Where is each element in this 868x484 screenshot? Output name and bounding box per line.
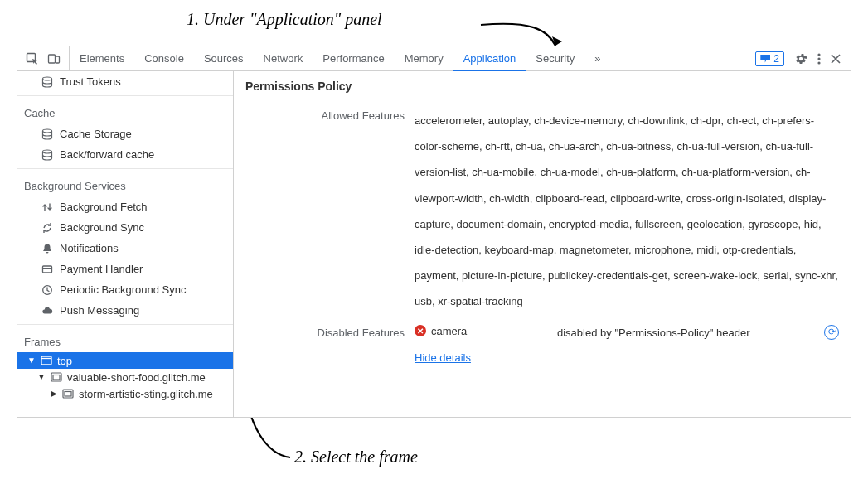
clock-icon <box>41 284 54 296</box>
iframe-icon <box>62 389 74 399</box>
allowed-features-label: Allowed Features <box>245 108 405 122</box>
devtools-body: Trust Tokens Cache Cache Storage Back/fo… <box>17 71 851 417</box>
bell-icon <box>41 243 54 254</box>
annotation-step2: 2. Select the frame <box>294 448 418 467</box>
sidebar-item-bf-cache[interactable]: Back/forward cache <box>17 144 233 165</box>
settings-gear-icon[interactable] <box>794 52 807 65</box>
section-label: Background Services <box>24 178 126 194</box>
issues-chip[interactable]: 2 <box>755 51 784 66</box>
sidebar-item-trust-tokens[interactable]: Trust Tokens <box>17 71 233 92</box>
error-icon: ✕ <box>415 325 426 336</box>
tab-performance[interactable]: Performance <box>313 46 394 70</box>
issues-count: 2 <box>773 53 779 65</box>
tab-console[interactable]: Console <box>134 46 194 70</box>
disclosure-triangle-icon: ▼ <box>37 372 46 381</box>
tab-security[interactable]: Security <box>526 46 584 70</box>
devtools-window: Elements Console Sources Network Perform… <box>17 46 851 418</box>
sidebar-item-payment[interactable]: Payment Handler <box>17 259 233 279</box>
sidebar-item-label: Payment Handler <box>60 261 143 277</box>
allowed-features-row: Allowed Features accelerometer, autoplay… <box>234 103 851 320</box>
inspect-element-icon[interactable] <box>26 52 39 65</box>
sidebar-item-bg-fetch[interactable]: Background Fetch <box>17 196 233 217</box>
kebab-menu-icon[interactable] <box>817 52 821 65</box>
application-sidebar: Trust Tokens Cache Cache Storage Back/fo… <box>17 71 234 417</box>
svg-point-7 <box>43 129 52 133</box>
sidebar-item-periodic-sync[interactable]: Periodic Background Sync <box>17 279 233 300</box>
disabled-features-row: Disabled Features ✕ camera disabled by "… <box>234 320 851 370</box>
updown-icon <box>41 201 54 213</box>
devtools-tabbar: Elements Console Sources Network Perform… <box>17 46 851 71</box>
disabled-reason: disabled by "Permissions-Policy" header <box>557 325 824 342</box>
svg-rect-12 <box>41 356 51 365</box>
sidebar-item-label: Cache Storage <box>60 126 132 142</box>
allowed-features-value: accelerometer, autoplay, ch-device-memor… <box>415 108 839 315</box>
sidebar-item-label: Back/forward cache <box>60 147 154 162</box>
database-icon <box>41 76 54 88</box>
svg-point-4 <box>817 57 820 60</box>
reload-icon[interactable]: ⟳ <box>824 325 839 340</box>
disabled-features-label: Disabled Features <box>245 325 405 339</box>
sidebar-item-label: Background Sync <box>60 220 144 235</box>
disclosure-triangle-icon: ▼ <box>27 356 36 365</box>
hide-details-link[interactable]: Hide details <box>415 351 471 364</box>
svg-rect-2 <box>56 56 60 63</box>
sidebar-item-bg-sync[interactable]: Background Sync <box>17 217 233 238</box>
svg-rect-1 <box>49 55 56 63</box>
database-icon <box>41 128 54 140</box>
annotation-step1: 1. Under "Application" panel <box>187 10 382 29</box>
message-icon <box>760 55 770 63</box>
section-label: Frames <box>24 334 61 350</box>
disclosure-triangle-icon: ▶ <box>51 389 57 398</box>
svg-point-5 <box>817 61 820 64</box>
sidebar-item-label: Periodic Background Sync <box>60 282 186 298</box>
sidebar-item-label: Background Fetch <box>60 199 148 215</box>
frame-label: valuable-short-food.glitch.me <box>67 371 206 384</box>
svg-point-3 <box>817 53 820 56</box>
tab-memory[interactable]: Memory <box>395 46 453 70</box>
tab-sources[interactable]: Sources <box>194 46 254 70</box>
card-icon <box>41 264 54 275</box>
tab-network[interactable]: Network <box>254 46 313 70</box>
divider <box>17 324 233 325</box>
tab-overflow[interactable]: » <box>584 46 610 70</box>
section-label: Cache <box>24 105 56 121</box>
svg-rect-15 <box>53 375 60 380</box>
device-toolbar-icon[interactable] <box>47 52 61 65</box>
frame-label: top <box>57 355 72 367</box>
svg-point-6 <box>43 77 52 80</box>
svg-rect-10 <box>43 268 52 269</box>
content-pane: Permissions Policy Allowed Features acce… <box>234 71 851 417</box>
sidebar-item-label: Notifications <box>60 240 119 256</box>
sidebar-section-cache: Cache <box>17 103 233 123</box>
sidebar-section-frames: Frames <box>17 332 233 352</box>
disabled-feature-name: camera <box>431 325 467 337</box>
tab-application[interactable]: Application <box>453 46 526 70</box>
cloud-icon <box>41 305 54 317</box>
window-icon <box>41 356 52 365</box>
close-icon[interactable] <box>831 54 841 64</box>
frame-child-2[interactable]: ▶ storm-artistic-sting.glitch.me <box>17 385 233 402</box>
content-title: Permissions Policy <box>234 80 851 103</box>
sidebar-section-bg-services: Background Services <box>17 176 233 196</box>
tabs-container: Elements Console Sources Network Perform… <box>70 46 610 70</box>
svg-point-8 <box>43 150 52 153</box>
frame-top[interactable]: ▼ top <box>17 352 233 369</box>
divider <box>17 95 233 96</box>
sidebar-item-notifications[interactable]: Notifications <box>17 238 233 259</box>
iframe-icon <box>51 372 62 382</box>
svg-rect-17 <box>65 392 71 397</box>
frame-label: storm-artistic-sting.glitch.me <box>79 388 213 400</box>
database-icon <box>41 149 54 161</box>
divider <box>17 168 233 169</box>
sync-icon <box>41 222 54 234</box>
tab-elements[interactable]: Elements <box>70 46 134 70</box>
sidebar-item-label: Push Messaging <box>60 302 139 318</box>
sidebar-item-push[interactable]: Push Messaging <box>17 300 233 321</box>
sidebar-item-cache-storage[interactable]: Cache Storage <box>17 123 233 144</box>
sidebar-item-label: Trust Tokens <box>60 74 121 90</box>
frame-child-1[interactable]: ▼ valuable-short-food.glitch.me <box>17 369 233 385</box>
